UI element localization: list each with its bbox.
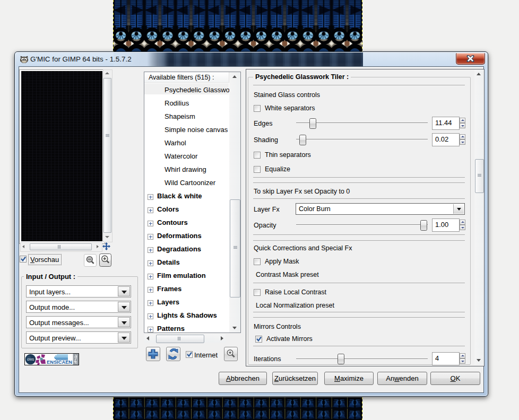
svg-text:cnrs: cnrs (27, 357, 34, 361)
svg-text:ENSICAEN: ENSICAEN (47, 360, 72, 365)
